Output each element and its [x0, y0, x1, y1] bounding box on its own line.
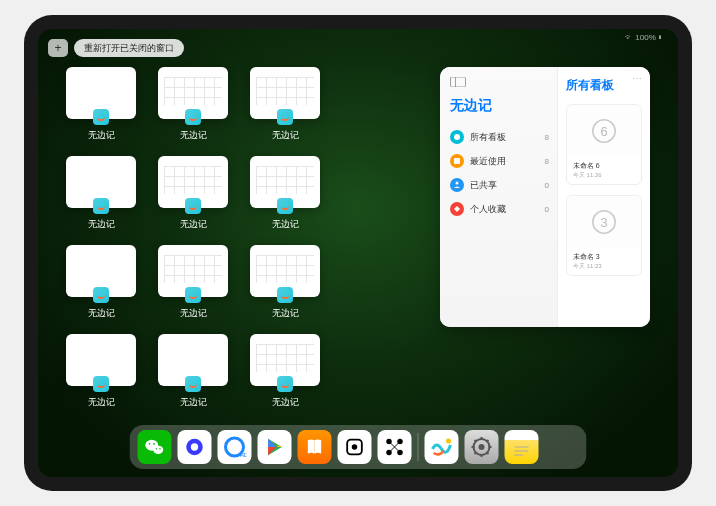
ipad-frame: ᯤ 100% ▮ + 重新打开已关闭的窗口 无边记无边记无边记无边记无边记无边记…: [24, 15, 692, 491]
thumbnail-label: 无边记: [180, 218, 207, 231]
window-thumbnail[interactable]: 无边记: [250, 67, 320, 142]
freeform-app-icon: [277, 109, 293, 125]
sidebar-item[interactable]: 个人收藏0: [450, 197, 549, 221]
sidebar-item-icon: [450, 154, 464, 168]
thumbnail-label: 无边记: [88, 307, 115, 320]
window-thumbnail[interactable]: 无边记: [66, 245, 136, 320]
sidebar-item-label: 已共享: [470, 179, 497, 192]
freeform-app-icon: [277, 198, 293, 214]
sidebar-item-label: 最近使用: [470, 155, 506, 168]
dock-separator: [418, 433, 419, 461]
board-list-title: 所有看板: [566, 77, 642, 94]
thumbnail-label: 无边记: [88, 396, 115, 409]
svg-point-11: [149, 443, 151, 445]
sidebar-item-count: 8: [544, 157, 548, 166]
panel-menu-icon[interactable]: ⋯: [632, 73, 642, 84]
sidebar-item-count: 0: [544, 181, 548, 190]
freeform-app-icon: [277, 376, 293, 392]
thumbnail-label: 无边记: [88, 129, 115, 142]
board-preview: 3: [567, 196, 641, 248]
thumbnail-preview: [250, 156, 320, 208]
freeform-app-icon: [185, 287, 201, 303]
freeform-icon[interactable]: [425, 430, 459, 464]
nodes-icon[interactable]: [378, 430, 412, 464]
sidebar-item-icon: [450, 130, 464, 144]
quark-icon[interactable]: [178, 430, 212, 464]
thumbnail-preview: [66, 245, 136, 297]
thumbnail-label: 无边记: [272, 129, 299, 142]
window-thumbnail[interactable]: 无边记: [250, 245, 320, 320]
sidebar-item[interactable]: 最近使用8: [450, 149, 549, 173]
board-card[interactable]: 3未命名 3今天 11:23: [566, 195, 642, 276]
sidebar-item-count: 0: [544, 205, 548, 214]
thumbnail-label: 无边记: [180, 396, 207, 409]
board-card[interactable]: 6未命名 6今天 11:26: [566, 104, 642, 185]
status-right: ᯤ 100% ▮: [625, 33, 662, 49]
thumbnail-preview: [66, 334, 136, 386]
sidebar-item-count: 8: [544, 133, 548, 142]
svg-text:6: 6: [600, 124, 607, 139]
thumbnail-label: 无边记: [88, 218, 115, 231]
svg-line-34: [475, 440, 477, 442]
add-window-button[interactable]: +: [48, 39, 68, 57]
thumbnail-label: 无边记: [272, 396, 299, 409]
applibrary-icon[interactable]: [545, 430, 579, 464]
settings-icon[interactable]: [465, 430, 499, 464]
thumbnail-preview: [158, 156, 228, 208]
dock: HD: [130, 425, 587, 469]
window-thumbnail[interactable]: 无边记: [66, 67, 136, 142]
wechat-icon[interactable]: [138, 430, 172, 464]
playstore-icon[interactable]: [258, 430, 292, 464]
thumbnail-label: 无边记: [180, 307, 207, 320]
window-thumbnail[interactable]: 无边记: [158, 156, 228, 231]
svg-point-14: [159, 448, 160, 449]
sidebar-item[interactable]: 已共享0: [450, 173, 549, 197]
notes-icon[interactable]: [505, 430, 539, 464]
thumbnail-label: 无边记: [272, 307, 299, 320]
window-thumbnail[interactable]: 无边记: [66, 156, 136, 231]
window-thumbnail[interactable]: 无边记: [158, 334, 228, 409]
freeform-app-icon: [93, 109, 109, 125]
svg-line-36: [475, 452, 477, 454]
freeform-app-icon: [93, 376, 109, 392]
svg-point-16: [191, 443, 198, 450]
qqbrowser-icon[interactable]: HD: [218, 430, 252, 464]
sidebar-toggle-icon[interactable]: [450, 77, 466, 87]
content-area: 无边记无边记无边记无边记无边记无边记无边记无边记无边记无边记无边记无边记 ⋯ 无…: [66, 67, 650, 421]
window-thumbnail[interactable]: 无边记: [158, 67, 228, 142]
svg-point-12: [153, 443, 155, 445]
thumbnail-label: 无边记: [272, 218, 299, 231]
freeform-spotlight-panel[interactable]: ⋯ 无边记 所有看板8最近使用8已共享0个人收藏0 所有看板 6未命名 6今天 …: [440, 67, 650, 327]
freeform-app-icon: [93, 198, 109, 214]
thumbnail-preview: [250, 245, 320, 297]
thumbnail-preview: [250, 67, 320, 119]
board-name: 未命名 6: [573, 161, 635, 171]
thumbnail-preview: [158, 334, 228, 386]
sidebar-item[interactable]: 所有看板8: [450, 125, 549, 149]
books-icon[interactable]: [298, 430, 332, 464]
reopen-closed-window-button[interactable]: 重新打开已关闭的窗口: [74, 39, 184, 57]
freeform-app-icon: [93, 287, 109, 303]
window-thumbnail[interactable]: 无边记: [250, 334, 320, 409]
board-preview: 6: [567, 105, 641, 157]
panel-board-list: 所有看板 6未命名 6今天 11:263未命名 3今天 11:23: [557, 67, 650, 327]
sidebar-item-label: 个人收藏: [470, 203, 506, 216]
svg-point-27: [446, 439, 451, 444]
window-thumbnail[interactable]: 无边记: [158, 245, 228, 320]
svg-point-4: [456, 182, 459, 185]
sidebar-item-label: 所有看板: [470, 131, 506, 144]
window-thumbnail[interactable]: 无边记: [66, 334, 136, 409]
freeform-app-icon: [185, 198, 201, 214]
thumbnail-preview: [250, 334, 320, 386]
screen: ᯤ 100% ▮ + 重新打开已关闭的窗口 无边记无边记无边记无边记无边记无边记…: [38, 29, 678, 477]
thumbnail-preview: [66, 156, 136, 208]
freeform-app-icon: [277, 287, 293, 303]
svg-rect-3: [454, 158, 460, 164]
svg-line-37: [487, 440, 489, 442]
window-thumbnail[interactable]: 无边记: [250, 156, 320, 231]
board-name: 未命名 3: [573, 252, 635, 262]
dice-icon[interactable]: [338, 430, 372, 464]
svg-point-10: [153, 446, 163, 454]
panel-title: 无边记: [450, 97, 549, 115]
svg-text:3: 3: [600, 215, 607, 230]
